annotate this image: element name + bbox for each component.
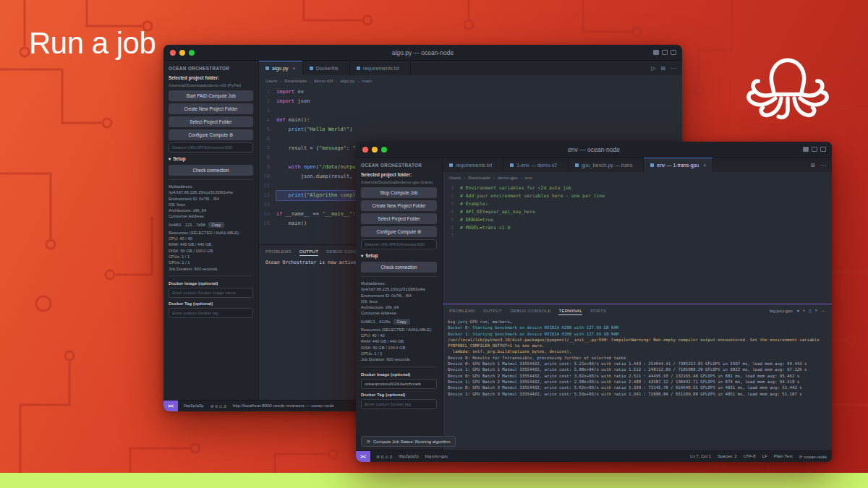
sidebar-action-button[interactable]: Stop Compute Job xyxy=(361,187,437,198)
copy-address-button[interactable]: Copy xyxy=(393,319,410,325)
breadcrumb-item[interactable]: Downloads xyxy=(277,78,307,83)
docker-tag-input[interactable] xyxy=(169,308,253,318)
close-tab-icon[interactable]: × xyxy=(703,163,706,168)
window-title: algo.py — ocean-node xyxy=(163,49,682,56)
status-item[interactable]: ⊘ 0 ⚠ 0 xyxy=(376,454,392,459)
terminal-control-icon[interactable]: ▯ xyxy=(809,308,811,313)
file-icon xyxy=(575,163,579,167)
editor-action-icon[interactable]: ⊞ xyxy=(660,65,665,72)
titlebar[interactable]: algo.py — ocean-node xyxy=(163,45,682,61)
editor-tab[interactable]: requirements.txt xyxy=(443,158,503,172)
dataset-did-input[interactable] xyxy=(169,142,253,153)
line-number: 14 xyxy=(259,210,276,219)
status-item[interactable]: Plain Text xyxy=(774,454,793,459)
compute-job-status[interactable]: ⟳ Compute Job Status: Running algorithm xyxy=(361,436,456,447)
breadcrumb-item[interactable]: Users xyxy=(265,78,277,83)
panel-tab[interactable]: Output xyxy=(483,307,502,315)
minimize-window-button[interactable] xyxy=(372,147,378,153)
bottom-accent-strip xyxy=(0,473,868,488)
check-connection-button[interactable]: Check connection xyxy=(169,165,253,176)
setup-section-toggle[interactable]: ▾ Setup xyxy=(361,252,437,260)
remote-indicator[interactable]: >< xyxy=(356,451,370,462)
breadcrumb-item[interactable]: demo-gpu xyxy=(490,175,518,180)
docker-image-input[interactable] xyxy=(169,288,253,298)
layout-toggle-icons[interactable] xyxy=(653,50,676,55)
breadcrumb-item[interactable]: Users xyxy=(449,175,461,180)
line-number: 5 xyxy=(443,216,460,224)
status-item[interactable]: libp2p/p2p xyxy=(399,454,419,459)
editor-action-icon[interactable]: ⊞ xyxy=(810,162,815,168)
node-info-line: OS: linux xyxy=(361,299,437,304)
terminal-control-icon[interactable]: ⋯ xyxy=(821,308,825,313)
consumer-address: 0x98C1…9128e xyxy=(361,320,391,324)
breadcrumb-item[interactable]: algo.py xyxy=(333,78,354,83)
panel-tab[interactable]: Output xyxy=(299,247,318,256)
terminal-control-icon[interactable]: + xyxy=(803,308,806,313)
editor-tab[interactable]: gpu_bench.py — trans xyxy=(569,158,644,172)
consumer-address-row: 0x4f63…123…7d98 Copy xyxy=(169,222,253,228)
panel-tab[interactable]: Terminal xyxy=(558,307,582,315)
breadcrumb-item[interactable]: main xyxy=(354,78,371,83)
copy-address-button[interactable]: Copy xyxy=(208,222,225,228)
dataset-did-input[interactable] xyxy=(361,239,437,249)
status-item[interactable]: LF xyxy=(762,454,767,459)
panel-tab[interactable]: Debug Console xyxy=(510,307,550,315)
close-window-button[interactable] xyxy=(170,50,176,56)
status-item[interactable]: Ln 7, Col 1 xyxy=(690,454,711,459)
editor-action-icon[interactable]: ⋯ xyxy=(820,162,826,168)
sidebar-action-button[interactable]: Create New Project Folder xyxy=(169,103,253,114)
editor-tab[interactable]: Dockerfile xyxy=(303,61,350,75)
status-item[interactable]: Spaces: 2 xyxy=(718,454,737,459)
line-number: 4 xyxy=(443,208,460,216)
terminal-control-icon[interactable]: ▾ xyxy=(797,308,799,313)
zoom-window-button[interactable] xyxy=(381,147,387,153)
sidebar-action-button[interactable]: Configure Compute ⚙ xyxy=(169,129,253,140)
minimize-window-button[interactable] xyxy=(179,50,185,56)
panel-tab[interactable]: Problems xyxy=(449,307,475,315)
setup-section-toggle[interactable]: ▾ Setup xyxy=(169,155,253,163)
sidebar-action-button[interactable]: Create New Project Folder xyxy=(361,200,437,211)
sidebar-action-button[interactable]: Start PAID Compute Job xyxy=(169,90,253,101)
editor-action-icon[interactable]: ⋯ xyxy=(671,65,676,72)
close-tab-icon[interactable]: × xyxy=(293,66,296,71)
zoom-window-button[interactable] xyxy=(189,50,195,56)
docker-tag-input[interactable] xyxy=(361,399,437,409)
resource-line: DISK: 50 GB / 100.0 GB xyxy=(361,345,437,351)
breadcrumb-item[interactable]: env xyxy=(518,175,532,180)
close-window-button[interactable] xyxy=(362,147,368,153)
editor-tab-bar: requirements.txt 1-env — demo-v2 gpu_ben… xyxy=(443,158,832,172)
titlebar[interactable]: env — ocean-node xyxy=(356,142,832,158)
status-item[interactable]: ⟳ ocean-node xyxy=(799,454,827,459)
status-item[interactable]: ⊘ 0 ⚠ 0 xyxy=(210,403,226,408)
status-item[interactable]: http://localhost:8000 needs reviewers — … xyxy=(233,403,334,408)
sidebar-action-button[interactable]: Select Project Folder xyxy=(361,213,437,224)
terminal-line: Device 0: GPU Batch 3 Matmul 33554432, w… xyxy=(448,385,827,390)
breadcrumb-item[interactable]: Downloads xyxy=(461,175,490,180)
terminal-line: Device 0: GPU Batch 1 Matmul 33554432, w… xyxy=(448,361,827,367)
docker-image-input[interactable] xyxy=(361,379,437,389)
editor-tab[interactable]: env — 1-trans-gpu × xyxy=(644,158,713,172)
status-item[interactable]: UTF-8 xyxy=(744,454,756,459)
terminal-output[interactable]: big-jury GPU run, markers…Docker 0: Star… xyxy=(443,317,832,450)
remote-indicator[interactable]: >< xyxy=(163,401,178,411)
editor-tab[interactable]: algo.py × xyxy=(259,61,303,75)
check-connection-button[interactable]: Check connection xyxy=(361,262,437,273)
layout-toggle-icons[interactable] xyxy=(803,147,826,152)
terminal-session-label[interactable]: big-jury-gpu xyxy=(770,309,793,313)
resource-line: GPUs: 1 / 1 xyxy=(169,260,253,265)
breadcrumb-item[interactable]: demo-r03 xyxy=(307,78,333,83)
terminal-control-icon[interactable]: × xyxy=(814,308,817,313)
status-item[interactable]: big-jury-gpu xyxy=(425,454,448,459)
panel-tab[interactable]: Problems xyxy=(265,247,292,255)
code-line: 7 xyxy=(443,232,832,240)
status-item[interactable]: libp2p/p2p xyxy=(184,403,204,408)
code-editor[interactable]: 1# Environment variables for c2d auto jo… xyxy=(443,182,832,304)
file-icon xyxy=(449,163,453,167)
editor-tab[interactable]: requirements.txt xyxy=(350,61,411,75)
editor-tab[interactable]: 1-env — demo-v2 xyxy=(503,158,569,172)
panel-tab[interactable]: Ports xyxy=(590,307,606,315)
editor-action-icon[interactable]: ▷ xyxy=(651,65,655,72)
code-line: 1import os xyxy=(259,87,682,97)
sidebar-action-button[interactable]: Configure Compute ⚙ xyxy=(361,226,437,237)
sidebar-action-button[interactable]: Select Project Folder xyxy=(169,116,253,127)
